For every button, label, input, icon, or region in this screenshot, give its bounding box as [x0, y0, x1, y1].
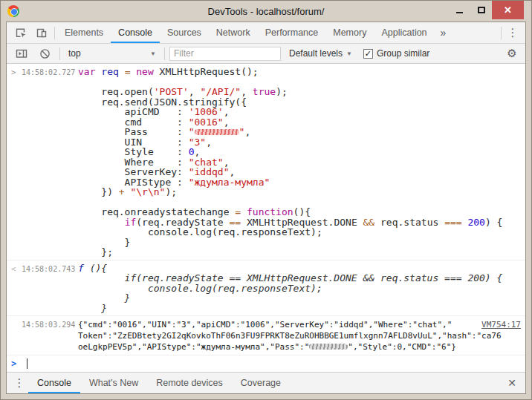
code-token: );: [276, 86, 288, 97]
code-token: };: [78, 246, 113, 258]
console-prompt[interactable]: >: [7, 355, 525, 372]
code-token: [119, 66, 125, 77]
code-token: {"cmd":"0016","UIN":"3","apiCMD":"1006",…: [78, 320, 452, 329]
console-entry-result: <14:58:02.743f (){ if(req.readyState == …: [7, 260, 525, 316]
close-icon: ✕: [504, 4, 512, 16]
group-similar-label: Group similar: [377, 48, 429, 59]
drawer-tab-console[interactable]: Console: [28, 373, 80, 393]
redacted-password: [195, 129, 239, 135]
console-log-area[interactable]: >14:58:02.727var req = new XMLHttpReques…: [7, 64, 525, 355]
tab-application[interactable]: Application: [374, 22, 434, 43]
code-token: "\r\n": [130, 186, 165, 197]
toolbar-divider: [54, 27, 55, 39]
code-token: +: [119, 186, 125, 197]
tab-network[interactable]: Network: [209, 22, 258, 43]
code-token: req.status: [374, 217, 444, 228]
code-token: }: [78, 303, 107, 314]
tab-performance[interactable]: Performance: [258, 22, 326, 43]
maximize-button[interactable]: [470, 1, 492, 19]
code-token: Token":"ZzEDBtety2GI2qKovkoThF06n3FU9FPR…: [78, 331, 502, 341]
drawer-close-button[interactable]: ✕: [502, 377, 522, 389]
console-toolbar: top ▼ Default levels ▼ ✓ Group similar ⚙: [7, 44, 525, 64]
code-token: ,: [244, 126, 250, 137]
entry-content: f (){ if(req.readyState == XMLHttpReques…: [78, 263, 521, 314]
chrome-logo-icon: [7, 5, 19, 17]
tab-memory[interactable]: Memory: [325, 22, 374, 43]
log-levels-dropdown[interactable]: Default levels ▼: [283, 48, 358, 59]
maximize-icon: [478, 7, 485, 13]
code-token: ) {: [485, 217, 502, 228]
settings-gear-icon[interactable]: ⚙: [503, 47, 521, 60]
drawer-tab-coverage[interactable]: Coverage: [232, 373, 290, 393]
drawer-menu-button[interactable]: ⋮: [10, 376, 28, 390]
clear-console-icon: [39, 48, 51, 59]
window-controls: ✕: [449, 1, 531, 22]
code-token: ===: [444, 217, 461, 228]
drawer-tab-remote-devices[interactable]: Remote devices: [147, 373, 232, 393]
title-bar[interactable]: DevTools - localhost/forum/ ✕: [1, 1, 531, 22]
toolbar-divider: [59, 47, 60, 60]
levels-label: Default levels: [289, 48, 343, 59]
minimize-button[interactable]: [449, 1, 470, 19]
result-arrow-icon: <: [11, 263, 22, 314]
code-token: new: [136, 66, 153, 77]
clear-console-button[interactable]: [34, 44, 55, 63]
code-token: );: [165, 186, 177, 197]
device-toolbar-button[interactable]: [31, 23, 52, 42]
group-similar-checkbox[interactable]: ✓: [363, 49, 373, 59]
console-entry-command: >14:58:02.727var req = new XMLHttpReques…: [7, 64, 525, 260]
minimize-icon: [456, 12, 463, 13]
code-token: 200: [467, 217, 484, 228]
source-location-link[interactable]: VM754:17: [481, 319, 521, 330]
console-sidebar-toggle[interactable]: [11, 44, 32, 63]
code-token: &&: [363, 217, 375, 228]
filter-input[interactable]: [169, 47, 281, 61]
drawer-tab-bar: ⋮ Console What's New Remote devices Cove…: [7, 372, 525, 393]
panel-tab-bar: Elements Console Sources Network Perform…: [7, 22, 525, 44]
main-menu-button[interactable]: ⋮: [504, 26, 522, 39]
timestamp: 14:58:02.727: [22, 67, 78, 258]
timestamp: 14:58:03.294: [22, 319, 78, 353]
close-button[interactable]: ✕: [492, 1, 524, 19]
entry-content: var req = new XMLHttpRequest(); req.open…: [78, 67, 521, 258]
group-similar-option: ✓ Group similar: [360, 48, 432, 59]
redacted-password: [309, 344, 348, 350]
prompt-chevron-icon: >: [11, 358, 22, 369]
command-chevron-icon: [11, 319, 22, 353]
command-chevron-icon: >: [11, 67, 22, 258]
toolbar-divider: [164, 47, 165, 60]
code-token: ","Style":0,"CMD":"6"}: [348, 342, 456, 352]
code-token: true: [253, 86, 276, 97]
code-token: "ждумла-мумла": [189, 177, 270, 188]
tab-sources[interactable]: Sources: [160, 22, 209, 43]
code-token: XMLHttpRequest();: [154, 66, 259, 77]
code-token: var: [78, 66, 95, 77]
inspect-icon: [15, 27, 27, 39]
inspect-element-button[interactable]: [10, 23, 31, 42]
timestamp: 14:58:02.743: [22, 263, 78, 314]
device-toolbar-icon: [36, 27, 48, 39]
code-token: req: [101, 66, 118, 77]
text-caret: [27, 358, 27, 369]
toolbar-divider: [501, 27, 502, 39]
execution-context-selector[interactable]: top ▼: [65, 46, 160, 61]
tab-elements[interactable]: Elements: [57, 22, 111, 43]
more-tabs-button[interactable]: »: [435, 27, 452, 39]
code-token: ,: [224, 117, 230, 128]
entry-content: VM754:17{"cmd":"0016","UIN":"3","apiCMD"…: [78, 319, 521, 353]
chevron-down-icon: ▼: [346, 50, 352, 57]
tab-console[interactable]: Console: [111, 22, 160, 43]
code-token: }): [78, 186, 119, 197]
devtools-panel: Elements Console Sources Network Perform…: [6, 22, 526, 394]
code-token: oeLgkpPEV5p","APIStype":"ждумла-мумла","…: [78, 342, 309, 352]
devtools-window: DevTools - localhost/forum/ ✕ E: [0, 0, 532, 400]
drawer-tab-whats-new[interactable]: What's New: [80, 373, 147, 393]
context-value: top: [68, 48, 81, 59]
console-sidebar-icon: [16, 47, 27, 59]
console-entry-log: 14:58:03.294VM754:17{"cmd":"0016","UIN":…: [7, 315, 525, 355]
code-token: ,: [206, 137, 212, 148]
chevron-down-icon: ▼: [150, 50, 156, 57]
